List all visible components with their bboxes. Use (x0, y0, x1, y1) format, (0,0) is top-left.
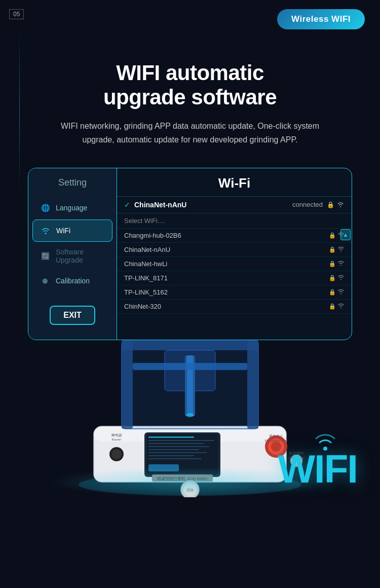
svg-text:Buzzer: Buzzer (112, 438, 122, 441)
svg-rect-13 (148, 458, 202, 459)
network-icons-2: 🔒 (329, 261, 345, 267)
network-icons-3: 🔒 (329, 275, 345, 281)
svg-rect-7 (148, 440, 214, 441)
device-section: Setting 🌐 Language WiFi (13, 168, 367, 497)
wifi-large-text: WIFI (278, 446, 357, 492)
sidebar-item-language[interactable]: 🌐 Language (32, 197, 112, 218)
svg-point-19 (111, 449, 122, 459)
calibration-icon: ⊕ (40, 275, 51, 286)
svg-rect-28 (122, 340, 133, 429)
wifi-badge: Wireless WIFI (277, 9, 365, 29)
svg-rect-11 (148, 452, 207, 453)
sidebar-wifi-label: WiFi (56, 227, 70, 235)
svg-rect-29 (247, 340, 258, 429)
network-item-4[interactable]: TP-LINK_5162 🔒 (117, 285, 352, 300)
network-item-5[interactable]: ChinNet-320 🔒 (117, 300, 352, 314)
language-icon: 🌐 (40, 202, 51, 213)
sidebar-software-label: Software Upgrade (56, 248, 105, 264)
ui-overlay: Setting 🌐 Language WiFi (28, 168, 352, 340)
svg-point-34 (186, 413, 194, 417)
software-icon: 🔄 (40, 250, 51, 262)
network-list: Changmi-hub-02B6 🔒 ChinaNet-nAnU 🔒 (117, 229, 352, 340)
svg-text:紧急停止: 紧急停止 (269, 434, 283, 438)
network-name-5: ChinNet-320 (124, 303, 329, 310)
connected-network-name: ChinaNet-nAnU (134, 201, 288, 209)
network-name-0: Changmi-hub-02B6 (124, 232, 329, 239)
sidebar-item-wifi[interactable]: WiFi (32, 219, 112, 242)
check-icon: ✓ (124, 201, 130, 209)
subtitle-text: WIFI networking, grinding APP data autom… (48, 119, 332, 146)
network-name-1: ChinaNet-nAnU (124, 246, 329, 253)
svg-rect-12 (148, 455, 194, 456)
main-title: WIFI automatic upgrade software (20, 61, 360, 110)
wifi-panel-title: Wi-Fi (117, 168, 352, 197)
svg-rect-35 (133, 363, 247, 370)
connected-label: connected (292, 201, 323, 208)
wifi-icon (40, 225, 51, 236)
sidebar-item-software: 🔄 Software Upgrade (32, 243, 112, 269)
network-item-0[interactable]: Changmi-hub-02B6 🔒 (117, 229, 352, 243)
svg-rect-8 (148, 443, 204, 444)
connected-row: ✓ ChinaNet-nAnU connected 🔒 (117, 197, 352, 213)
header: Wireless WIFI (0, 0, 380, 30)
network-icons-1: 🔒 (329, 246, 345, 253)
sidebar-language-label: Language (56, 204, 87, 212)
svg-text:蜂鸣器: 蜂鸣器 (111, 433, 122, 437)
network-name-3: TP-LINK_8171 (124, 274, 329, 282)
network-item-2[interactable]: ChinaNet-hwLi 🔒 (117, 257, 352, 271)
connected-status-icons: 🔒 (327, 201, 345, 208)
network-item-1[interactable]: ChinaNet-nAnU 🔒 (117, 243, 352, 257)
wifi-main-panel: Wi-Fi ✓ ChinaNet-nAnU connected 🔒 (117, 168, 352, 340)
network-icons-4: 🔒 (329, 289, 345, 296)
network-item-3[interactable]: TP-LINK_8171 🔒 (117, 271, 352, 285)
svg-text:Emergency Stop: Emergency Stop (265, 439, 288, 442)
sidebar-title: Setting (28, 177, 117, 188)
svg-rect-10 (148, 449, 199, 450)
settings-sidebar: Setting 🌐 Language WiFi (28, 168, 117, 340)
network-name-2: ChinaNet-hwLi (124, 260, 329, 268)
select-wifi-label: Select WiFi.... (117, 213, 352, 229)
exit-button[interactable]: EXIT (50, 306, 95, 325)
network-icons-5: 🔒 (329, 303, 345, 310)
svg-rect-9 (148, 446, 209, 447)
title-section: WIFI automatic upgrade software WIFI net… (0, 30, 380, 153)
scroll-up-arrow[interactable]: ▲ (340, 229, 351, 240)
svg-rect-30 (122, 340, 258, 350)
sidebar-item-calibration[interactable]: ⊕ Calibration (32, 270, 112, 291)
svg-rect-6 (148, 436, 194, 438)
network-name-4: TP-LINK_5162 (124, 288, 329, 296)
sidebar-calibration-label: Calibration (56, 277, 90, 285)
